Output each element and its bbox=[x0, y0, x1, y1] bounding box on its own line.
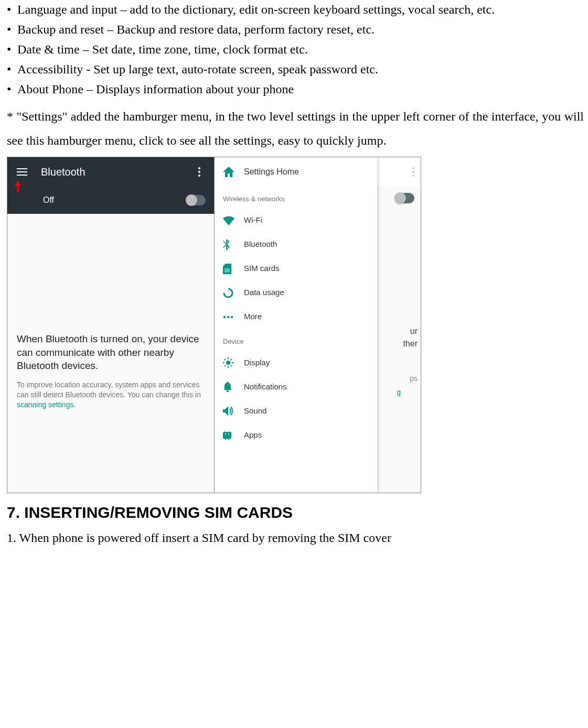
data-usage-icon bbox=[223, 288, 244, 298]
svg-line-20 bbox=[231, 365, 232, 366]
section-header: 7. INSERTING/REMOVING SIM CARDS bbox=[7, 501, 584, 524]
switch-off-icon bbox=[395, 193, 414, 203]
step-text: 1. When phone is powered off insert a SI… bbox=[7, 528, 584, 547]
drawer-item-more[interactable]: More bbox=[215, 305, 377, 329]
more-vert-icon bbox=[412, 167, 414, 177]
drawer-item-notifications[interactable]: Notifications bbox=[215, 375, 377, 399]
switch-off-icon[interactable] bbox=[187, 195, 206, 205]
drawer-item-sim[interactable]: SIM cards bbox=[215, 257, 377, 281]
drawer-label: Data usage bbox=[244, 287, 284, 299]
bluetooth-scanning-note: To improve location accuracy, system app… bbox=[17, 380, 205, 410]
bullet-item: •Backup and reset – Backup and restore d… bbox=[7, 20, 584, 39]
svg-point-11 bbox=[223, 316, 226, 318]
bluetooth-toggle-row[interactable]: Off bbox=[7, 187, 214, 214]
bluetooth-screen: Bluetooth Off When Bluetooth is turned o… bbox=[7, 157, 214, 493]
svg-line-21 bbox=[231, 359, 232, 360]
svg-point-23 bbox=[225, 433, 226, 434]
drawer-label: Apps bbox=[244, 429, 262, 441]
drawer-label: Sound bbox=[244, 405, 266, 417]
drawer-item-display[interactable]: Display bbox=[215, 351, 377, 375]
settings-drawer-screen: ur ther ps g Settings Home Wireless & ne… bbox=[214, 157, 421, 493]
drawer-item-data-usage[interactable]: Data usage bbox=[215, 281, 377, 305]
svg-point-5 bbox=[198, 175, 200, 177]
svg-point-12 bbox=[227, 316, 229, 318]
bullet-item: •Language and input – add to the diction… bbox=[7, 0, 584, 19]
background-text-fragment: ur ther ps bbox=[381, 325, 418, 384]
more-horiz-icon bbox=[223, 316, 244, 319]
app-bar: Bluetooth bbox=[7, 157, 214, 187]
svg-point-14 bbox=[226, 361, 230, 365]
scanning-settings-link[interactable]: scanning settings bbox=[17, 400, 73, 409]
hamburger-note: * "Settings" added the hamburger menu, i… bbox=[7, 105, 584, 153]
drawer-item-apps[interactable]: Apps bbox=[215, 423, 377, 447]
drawer-label: Settings Home bbox=[244, 166, 299, 178]
settings-drawer: Settings Home Wireless & networks Wi-Fi … bbox=[215, 157, 377, 493]
bell-icon bbox=[223, 382, 244, 392]
svg-point-7 bbox=[412, 171, 414, 173]
drawer-label: SIM cards bbox=[244, 263, 280, 275]
svg-point-24 bbox=[228, 433, 229, 434]
apps-icon bbox=[223, 430, 244, 440]
sim-card-icon bbox=[223, 264, 244, 274]
svg-rect-2 bbox=[17, 175, 27, 176]
drawer-label: Wi-Fi bbox=[244, 214, 262, 226]
bullet-item: •About Phone – Displays information abou… bbox=[7, 80, 584, 99]
svg-rect-0 bbox=[17, 168, 27, 169]
svg-line-19 bbox=[224, 359, 226, 360]
svg-point-10 bbox=[224, 289, 232, 297]
drawer-item-bluetooth[interactable]: Bluetooth bbox=[215, 233, 377, 257]
svg-point-4 bbox=[198, 171, 200, 173]
drawer-item-wifi[interactable]: Wi-Fi bbox=[215, 209, 377, 233]
hamburger-icon bbox=[17, 168, 27, 176]
more-vert-icon bbox=[198, 167, 200, 177]
svg-point-6 bbox=[412, 167, 414, 169]
svg-point-3 bbox=[198, 167, 200, 169]
toggle-label: Off bbox=[43, 194, 187, 207]
sound-icon bbox=[223, 406, 244, 416]
overflow-menu-button[interactable] bbox=[187, 159, 212, 184]
svg-point-8 bbox=[412, 175, 414, 177]
home-icon bbox=[223, 167, 244, 177]
background-link-fragment: g bbox=[397, 387, 401, 398]
drawer-item-sound[interactable]: Sound bbox=[215, 399, 377, 423]
svg-line-22 bbox=[224, 365, 226, 366]
drawer-label: More bbox=[244, 311, 262, 323]
settings-home-item[interactable]: Settings Home bbox=[215, 157, 377, 187]
bullet-item: •Date & time – Set date, time zone, time… bbox=[7, 40, 584, 59]
drawer-label: Display bbox=[244, 357, 270, 369]
drawer-label: Bluetooth bbox=[244, 238, 277, 251]
display-icon bbox=[223, 357, 244, 368]
svg-rect-9 bbox=[224, 268, 230, 273]
bluetooth-icon bbox=[223, 239, 244, 251]
bluetooth-description: When Bluetooth is turned on, your device… bbox=[17, 332, 205, 373]
drawer-section-header: Device bbox=[215, 329, 377, 351]
svg-rect-1 bbox=[17, 171, 27, 172]
svg-point-13 bbox=[231, 316, 233, 318]
drawer-section-header: Wireless & networks bbox=[215, 187, 377, 209]
wifi-icon bbox=[223, 216, 244, 225]
bullet-item: •Accessibility - Set up large text, auto… bbox=[7, 60, 584, 79]
red-arrow-annotation-icon bbox=[13, 180, 23, 194]
drawer-label: Notifications bbox=[244, 381, 287, 393]
app-bar-title: Bluetooth bbox=[35, 164, 187, 180]
overflow-menu-button[interactable] bbox=[377, 157, 421, 187]
screenshots-figure: Bluetooth Off When Bluetooth is turned o… bbox=[7, 157, 421, 493]
